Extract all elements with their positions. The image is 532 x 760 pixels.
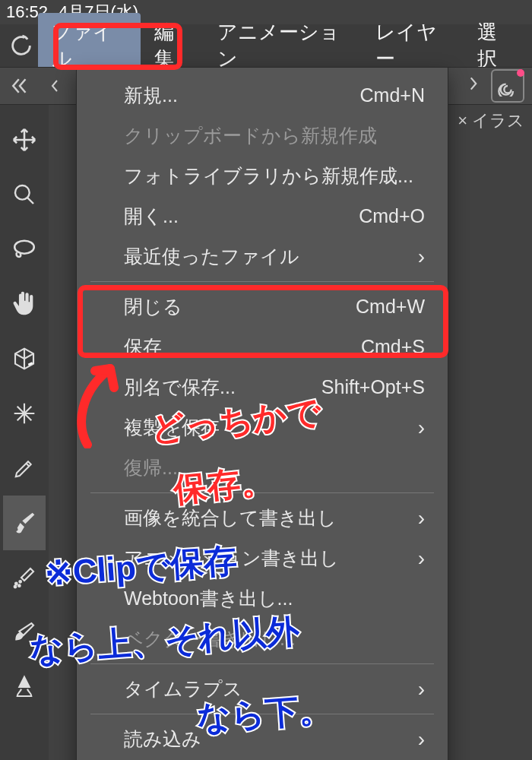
dd-export-merged[interactable]: 画像を統合して書き出し › (77, 498, 448, 538)
dd-label: クリップボードから新規作成 (124, 123, 377, 148)
svg-point-2 (15, 583, 17, 585)
svg-point-0 (15, 185, 30, 200)
dd-shortcut: Cmd+W (356, 296, 425, 318)
dd-label: Webtoon書き出し... (124, 586, 293, 611)
tool-sidebar (0, 105, 49, 760)
chevron-right-icon: › (418, 729, 425, 750)
dd-label: 複製を保存 (124, 415, 220, 440)
dd-new-from-clipboard: クリップボードから新規作成 (77, 116, 448, 156)
menu-layer-label: レイヤー (375, 21, 437, 70)
menu-edit-label: 編集 (154, 21, 174, 70)
dd-recent-files[interactable]: 最近使ったファイル › (77, 236, 448, 277)
brush-tool[interactable] (3, 496, 46, 550)
file-dropdown: 新規... Cmd+N クリップボードから新規作成 フォトライブラリから新規作成… (76, 67, 448, 760)
pan-tool[interactable] (3, 277, 46, 331)
svg-point-3 (18, 584, 21, 587)
dd-export-animation[interactable]: アニメーション書き出し › (77, 538, 448, 578)
chevron-left-icon[interactable] (40, 71, 70, 101)
dd-label: 復帰... (124, 455, 178, 480)
tab-label: イラス (472, 109, 524, 132)
chevron-right-icon: › (418, 679, 425, 700)
airbrush-tool[interactable] (3, 550, 46, 605)
dd-import[interactable]: 読み込み › (77, 719, 448, 759)
svg-point-4 (14, 586, 17, 588)
sparkle-tool[interactable] (3, 386, 46, 441)
document-tab[interactable]: × イラス (450, 105, 532, 137)
dd-label: 保存 (124, 334, 162, 359)
lasso-tool[interactable] (3, 222, 46, 277)
dd-revert: 復帰... (77, 448, 448, 488)
menu-animation-label: アニメーション (217, 21, 340, 70)
dd-separator (90, 281, 434, 282)
chevron-right-icon: › (418, 508, 425, 529)
dd-shortcut: Cmd+O (359, 205, 425, 227)
dd-save-duplicate[interactable]: 複製を保存 › (77, 407, 448, 448)
dd-label: 新規... (124, 83, 178, 108)
dd-label: 最近使ったファイル (124, 244, 299, 269)
ink-tool[interactable] (3, 660, 46, 714)
menu-file-label: ファイル (52, 21, 113, 70)
chevron-left-left-icon[interactable] (5, 71, 35, 101)
chevron-right-icon: › (418, 548, 425, 569)
pen-tool[interactable] (3, 441, 46, 496)
svg-point-5 (19, 581, 21, 583)
search-tool[interactable] (3, 167, 46, 222)
dd-export-webtoon[interactable]: Webtoon書き出し... (77, 578, 448, 619)
move-tool[interactable] (3, 112, 46, 167)
dd-label: フォトライブラリから新規作成... (124, 163, 413, 188)
spiral-icon[interactable] (491, 69, 524, 103)
dd-save-as[interactable]: 別名で保存... Shift+Opt+S (77, 367, 448, 407)
dd-shortcut: Cmd+S (361, 336, 425, 358)
dd-separator (90, 663, 434, 664)
dd-label: タイムラプス (124, 676, 242, 701)
dd-label: 閉じる (124, 294, 182, 319)
chevron-right-icon: › (418, 246, 425, 268)
dd-label: 読み込み (124, 727, 201, 752)
dd-label: 画像を統合して書き出し (124, 505, 337, 530)
dd-new-from-photo[interactable]: フォトライブラリから新規作成... (77, 156, 448, 196)
dd-label: 別名で保存... (124, 375, 236, 400)
dd-separator (90, 492, 434, 493)
menu-select-label: 選択 (477, 21, 497, 70)
dd-new[interactable]: 新規... Cmd+N (77, 75, 448, 116)
dd-label: ベクター書き出し... (124, 626, 296, 651)
dd-label: 開く... (124, 204, 179, 229)
dd-save[interactable]: 保存 Cmd+S (77, 327, 448, 367)
chevron-right-icon: › (418, 417, 425, 439)
dd-export-vector: ベクター書き出し... (77, 619, 448, 659)
dd-shortcut: Cmd+N (360, 84, 425, 106)
tab-close-icon[interactable]: × (458, 111, 467, 131)
dd-separator (90, 714, 434, 714)
dd-timelapse[interactable]: タイムラプス › (77, 669, 448, 709)
svg-point-1 (14, 241, 34, 254)
chevron-right-icon[interactable] (464, 74, 483, 99)
dd-open[interactable]: 開く... Cmd+O (77, 196, 448, 236)
paintbrush-tool[interactable] (3, 605, 46, 660)
dd-close[interactable]: 閉じる Cmd+W (77, 287, 448, 327)
app-logo-icon[interactable] (5, 27, 38, 64)
cube-tool[interactable] (3, 331, 46, 386)
menu-bar: ファイル 編集 アニメーション レイヤー 選択 (0, 24, 532, 67)
dd-shortcut: Shift+Opt+S (321, 376, 425, 398)
dd-label: アニメーション書き出し (124, 546, 339, 571)
